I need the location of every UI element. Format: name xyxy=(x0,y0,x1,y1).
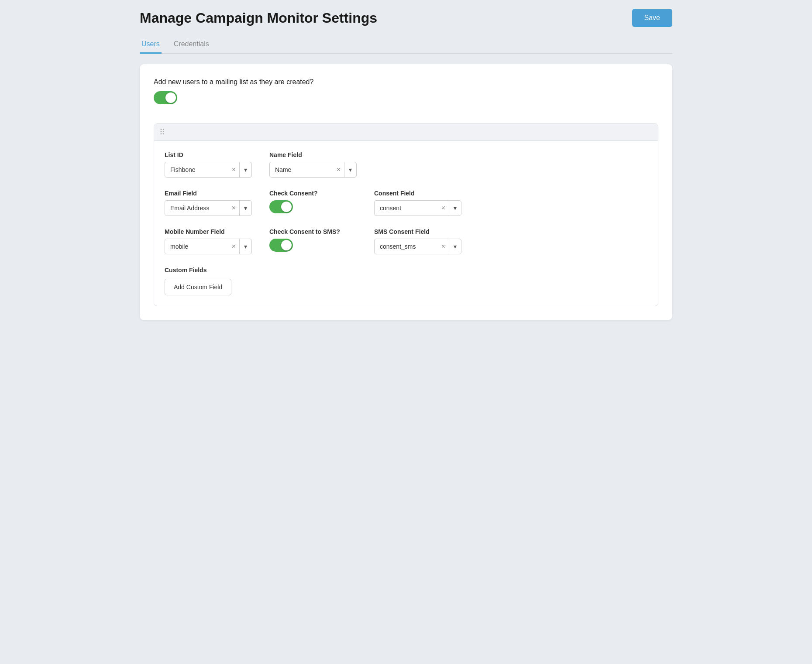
name-field-dropdown-button[interactable]: ▾ xyxy=(344,162,356,177)
main-card: Add new users to a mailing list as they … xyxy=(140,64,672,320)
consent-field-select[interactable]: consent × ▾ xyxy=(374,200,461,216)
fields-row-3: Mobile Number Field mobile × ▾ Check Con… xyxy=(165,228,647,254)
fields-row-1: List ID Fishbone × ▾ Name Field Name × ▾ xyxy=(165,151,647,178)
email-field-clear-button[interactable]: × xyxy=(228,204,239,212)
consent-field-dropdown-button[interactable]: ▾ xyxy=(449,201,461,216)
email-field-select[interactable]: Email Address × ▾ xyxy=(165,200,252,216)
page-title: Manage Campaign Monitor Settings xyxy=(140,10,377,26)
list-id-dropdown-button[interactable]: ▾ xyxy=(239,162,251,177)
check-consent-sms-label: Check Consent to SMS? xyxy=(269,228,357,235)
tab-credentials[interactable]: Credentials xyxy=(172,36,211,54)
mobile-number-group: Mobile Number Field mobile × ▾ xyxy=(165,228,252,254)
email-field-label: Email Field xyxy=(165,190,252,197)
name-field-clear-button[interactable]: × xyxy=(333,166,344,174)
check-consent-thumb xyxy=(281,202,292,212)
check-consent-sms-thumb xyxy=(281,240,292,250)
name-field-group: Name Field Name × ▾ xyxy=(269,151,357,178)
name-field-select[interactable]: Name × ▾ xyxy=(269,162,357,178)
row-card-handle[interactable]: ⠿ xyxy=(154,124,658,141)
consent-field-label: Consent Field xyxy=(374,190,461,197)
check-consent-label: Check Consent? xyxy=(269,190,357,197)
list-id-label: List ID xyxy=(165,151,252,158)
tabs: Users Credentials xyxy=(140,36,672,54)
email-field-group: Email Field Email Address × ▾ xyxy=(165,190,252,216)
list-id-clear-button[interactable]: × xyxy=(228,166,239,174)
add-users-toggle[interactable] xyxy=(154,91,177,104)
sms-consent-field-label: SMS Consent Field xyxy=(374,228,461,235)
add-users-toggle-section: Add new users to a mailing list as they … xyxy=(154,78,658,106)
sms-consent-field-select[interactable]: consent_sms × ▾ xyxy=(374,239,461,254)
row-card: ⠿ List ID Fishbone × ▾ Name Field xyxy=(154,123,658,306)
page-header: Manage Campaign Monitor Settings Save xyxy=(140,9,672,27)
mobile-number-clear-button[interactable]: × xyxy=(228,243,239,250)
consent-field-value: consent xyxy=(375,201,438,216)
add-custom-field-button[interactable]: Add Custom Field xyxy=(165,279,231,295)
check-consent-group: Check Consent? xyxy=(269,190,357,216)
check-consent-sms-group: Check Consent to SMS? xyxy=(269,228,357,254)
add-users-label: Add new users to a mailing list as they … xyxy=(154,78,658,86)
list-id-value: Fishbone xyxy=(165,162,228,177)
check-consent-sms-toggle[interactable] xyxy=(269,239,293,252)
email-field-dropdown-button[interactable]: ▾ xyxy=(239,201,251,216)
name-field-value: Name xyxy=(270,162,333,177)
consent-field-group: Consent Field consent × ▾ xyxy=(374,190,461,216)
tab-users[interactable]: Users xyxy=(140,36,162,54)
name-field-label: Name Field xyxy=(269,151,357,158)
sms-consent-field-value: consent_sms xyxy=(375,239,438,254)
toggle-thumb xyxy=(165,92,176,103)
drag-handle-icon[interactable]: ⠿ xyxy=(159,127,166,137)
custom-fields-label: Custom Fields xyxy=(165,267,647,274)
mobile-number-dropdown-button[interactable]: ▾ xyxy=(239,239,251,254)
sms-consent-field-dropdown-button[interactable]: ▾ xyxy=(449,239,461,254)
fields-row-2: Email Field Email Address × ▾ Check Cons… xyxy=(165,190,647,216)
email-field-value: Email Address xyxy=(165,201,228,216)
sms-consent-field-group: SMS Consent Field consent_sms × ▾ xyxy=(374,228,461,254)
list-id-select[interactable]: Fishbone × ▾ xyxy=(165,162,252,178)
consent-field-clear-button[interactable]: × xyxy=(438,204,449,212)
check-consent-toggle[interactable] xyxy=(269,200,293,213)
mobile-number-value: mobile xyxy=(165,239,228,254)
row-card-body: List ID Fishbone × ▾ Name Field Name × ▾ xyxy=(154,141,658,306)
save-button[interactable]: Save xyxy=(632,9,672,27)
sms-consent-field-clear-button[interactable]: × xyxy=(438,243,449,250)
list-id-group: List ID Fishbone × ▾ xyxy=(165,151,252,178)
custom-fields-section: Custom Fields Add Custom Field xyxy=(165,267,647,295)
mobile-number-select[interactable]: mobile × ▾ xyxy=(165,239,252,254)
mobile-number-label: Mobile Number Field xyxy=(165,228,252,235)
